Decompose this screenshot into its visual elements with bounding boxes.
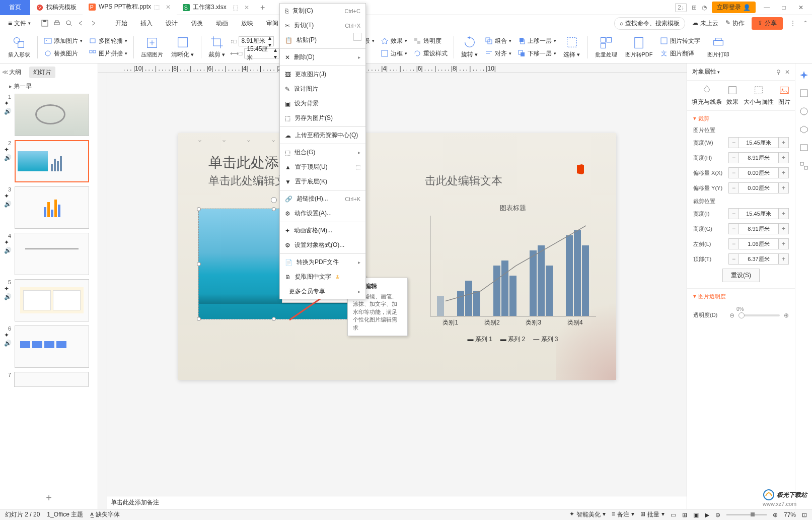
opacity-slider[interactable]: 0%: [739, 314, 780, 316]
select-group[interactable]: 选择 ▾: [560, 33, 583, 61]
cm-format[interactable]: ⚙设置对象格式(O)...: [280, 238, 365, 252]
print-icon[interactable]: [53, 19, 61, 27]
rotate-group[interactable]: 旋转 ▾: [458, 33, 481, 61]
cm-action[interactable]: ⚙动作设置(A)...: [280, 206, 365, 221]
close-button[interactable]: ✕: [795, 4, 807, 11]
translate-button[interactable]: 文图片翻译: [658, 48, 702, 59]
menu-tab-home[interactable]: 开始: [113, 16, 129, 31]
close-panel-icon[interactable]: ✕: [785, 69, 790, 76]
slide-thumb-7[interactable]: 7: [4, 372, 94, 387]
material-icon[interactable]: [799, 125, 808, 134]
batch-button[interactable]: ⊞ 批量 ▾: [640, 510, 665, 519]
cm-save-as-pic[interactable]: ⬚另存为图片(S): [280, 111, 365, 125]
font-missing[interactable]: ᴀ̲缺失字体: [90, 510, 120, 519]
reset-style-button[interactable]: 重设样式: [411, 48, 450, 59]
slide-thumb-5[interactable]: 5✦🔊: [4, 279, 94, 321]
cm-to-pdf[interactable]: 📄转换为PDF文件▸: [280, 255, 365, 270]
save-icon[interactable]: [41, 19, 49, 27]
crop-section-title[interactable]: 裁剪: [693, 115, 789, 122]
slider-handle[interactable]: [739, 312, 745, 318]
view-sorter-icon[interactable]: ⊞: [682, 511, 687, 518]
notes-button[interactable]: ≡ 备注 ▾: [612, 510, 634, 519]
up-layer-button[interactable]: 上移一层▾: [515, 36, 558, 46]
tab-home[interactable]: 首页: [0, 0, 30, 15]
cm-extract-text[interactable]: 🗎提取图中文字♔: [280, 270, 365, 284]
border-button[interactable]: 边框▾: [379, 48, 409, 59]
width-input[interactable]: ⟷□15.45厘米▴▾: [230, 48, 279, 58]
crop-group[interactable]: 裁剪 ▾: [205, 33, 228, 61]
notes-area[interactable]: ≡ 单击此处添加备注: [98, 496, 687, 509]
cm-hyperlink[interactable]: 🔗超链接(H)...Ctrl+K: [280, 191, 365, 206]
minimize-button[interactable]: —: [761, 4, 773, 11]
template-icon[interactable]: [799, 143, 808, 152]
offy-input[interactable]: −0.00厘米+: [728, 182, 789, 193]
more-icon[interactable]: ⋮: [790, 20, 796, 27]
cm-design-pic[interactable]: ✎设计图片: [280, 82, 365, 96]
cm-change-pic[interactable]: 🖼更改图片(J): [280, 67, 365, 82]
carousel-button[interactable]: 多图轮播▾: [87, 36, 129, 46]
zoom-in-icon[interactable]: ⊕: [773, 511, 778, 518]
cm-more-vip[interactable]: 更多会员专享▸: [280, 284, 365, 299]
add-slide-button[interactable]: +: [0, 487, 98, 509]
zoom-out-icon[interactable]: ⊖: [715, 511, 720, 518]
cm-copy[interactable]: ⎘复制(C)Ctrl+C: [280, 4, 365, 18]
menu-tab-animation[interactable]: 动画: [214, 16, 230, 31]
menu-tab-slideshow[interactable]: 放映: [239, 16, 255, 31]
file-menu[interactable]: ≡文件▾: [4, 17, 35, 30]
beautify-button[interactable]: ✦智能美化 ▾: [569, 510, 606, 519]
top-input[interactable]: −6.37厘米+: [728, 253, 789, 265]
prop-tab-size[interactable]: 大小与属性: [744, 85, 774, 106]
transparency-button[interactable]: 透明度: [411, 36, 450, 46]
skin-icon[interactable]: ◔: [702, 4, 707, 11]
resize-handle-bl[interactable]: [197, 317, 201, 321]
collapse-panel-icon[interactable]: ≪: [2, 69, 9, 76]
tab-add[interactable]: +: [255, 3, 270, 12]
close-icon[interactable]: ✕: [166, 4, 171, 11]
print-group[interactable]: 图片打印: [704, 33, 732, 61]
opacity-section-title[interactable]: 图片透明度: [693, 293, 789, 300]
tab-xlsx[interactable]: S 工作簿3.xlsx ⬚ ✕: [177, 0, 255, 15]
slide-thumb-6[interactable]: 6✦🔊: [4, 326, 94, 368]
replace-pic-button[interactable]: 替换图片: [42, 48, 85, 59]
collage-button[interactable]: 图片拼接▾: [87, 48, 129, 59]
tab-ppt[interactable]: P WPS PPT教程.pptx ⬚ ✕: [83, 0, 177, 15]
cm-group[interactable]: ⬚组合(G)▸: [280, 145, 365, 160]
rotation-handle[interactable]: [271, 197, 277, 203]
slide-thumb-2[interactable]: 2✦🔊: [4, 140, 94, 182]
tab-template[interactable]: 找稿壳模板: [30, 0, 83, 15]
resize-handle-b[interactable]: [272, 317, 276, 321]
cm-cut[interactable]: ✂剪切(T)Ctrl+X: [280, 18, 365, 33]
component-icon[interactable]: [799, 161, 808, 170]
minus-icon[interactable]: ⊖: [729, 312, 734, 319]
view-slideshow-icon[interactable]: ▶: [705, 511, 709, 518]
undo-icon[interactable]: [77, 19, 85, 27]
resize-handle-tl[interactable]: [197, 207, 201, 211]
cm-set-bg[interactable]: ▣设为背景: [280, 96, 365, 111]
cwidth-input[interactable]: −15.45厘米+: [728, 208, 789, 219]
prop-tab-fill[interactable]: 填充与线条: [692, 85, 722, 106]
reset-button[interactable]: 重设(S): [722, 269, 760, 282]
pin-icon[interactable]: ⚲: [776, 69, 781, 76]
slide-canvas[interactable]: ⌵ ⌵ ⌵ ⌵ 单击此处添加标题 单击此处编辑文本 击此处编辑文本: [178, 133, 616, 380]
grid-icon[interactable]: ⊞: [692, 4, 697, 11]
left-input[interactable]: −1.06厘米+: [728, 238, 789, 249]
prop-tab-pic[interactable]: 图片: [778, 85, 790, 106]
collapse-ribbon-icon[interactable]: ⌃: [803, 20, 808, 27]
cm-bring-front[interactable]: ▲置于顶层(U)⬚: [280, 160, 365, 174]
share-button[interactable]: ⇪分享: [752, 17, 783, 30]
slide-thumb-4[interactable]: 4✦🔊: [4, 233, 94, 275]
resize-handle-t[interactable]: [272, 207, 276, 211]
coop-button[interactable]: ✎协作: [725, 19, 745, 28]
maximize-button[interactable]: □: [778, 4, 790, 11]
preview-icon[interactable]: [65, 19, 73, 27]
fit-icon[interactable]: ⊡: [802, 511, 807, 518]
slide-thumb-3[interactable]: 3✦🔊: [4, 186, 94, 229]
slide-thumb-1[interactable]: 1✦🔊: [4, 94, 94, 136]
to-text-button[interactable]: 图片转文字: [658, 36, 702, 46]
menu-tab-review[interactable]: 审阅: [264, 16, 280, 31]
apps-icon[interactable]: 2↓: [675, 3, 687, 12]
combine-button[interactable]: 组合▾: [483, 36, 513, 46]
width-input[interactable]: −15.45厘米+: [728, 137, 789, 148]
compress-group[interactable]: 压缩图片: [138, 33, 166, 61]
cm-send-back[interactable]: ▼置于底层(K): [280, 174, 365, 189]
